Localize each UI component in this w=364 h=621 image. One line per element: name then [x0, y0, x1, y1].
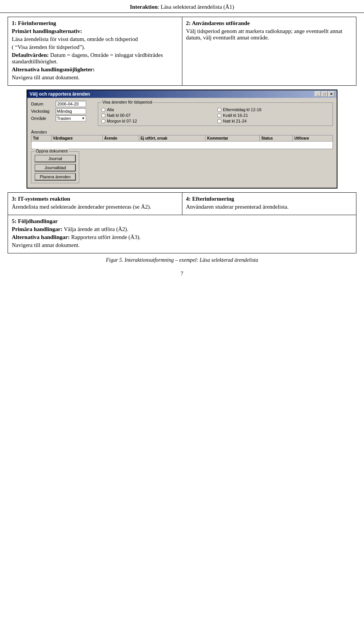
arenden-header-row: TidVårdtagareÄrendeEj utfört, orsakKomme…: [31, 135, 333, 141]
omrade-row: Område Trasten ▼: [31, 115, 92, 121]
radio-item[interactable]: Eftermiddag kl 12-16: [217, 107, 329, 112]
doc-button[interactable]: Journal: [35, 155, 76, 162]
cell4-text: Användaren studerar presenterad ärendeli…: [186, 204, 353, 210]
win-titlebar: Välj och rapportera ärenden _ □ ✕: [27, 90, 337, 98]
cell1-heading: 1: Förinformering: [12, 20, 56, 26]
radio-item[interactable]: Alla: [101, 107, 213, 112]
cell-forinformering: 1: Förinformering Primärt handlingsalter…: [8, 17, 182, 86]
veckodag-label: Veckodag: [31, 109, 56, 113]
figure-caption: Figur 5. Interaktionsutformning – exempe…: [8, 257, 356, 263]
page-number: 7: [8, 271, 356, 277]
radio-label: Eftermiddag kl 12-16: [223, 107, 262, 112]
close-btn[interactable]: ✕: [328, 91, 334, 97]
radio-grid: AllaEftermiddag kl 12-16Natt kl 00-07Kvä…: [101, 104, 329, 123]
radio-item[interactable]: Morgon kl 07-12: [101, 119, 213, 123]
arenden-section: Ärenden TidVårdtagareÄrendeEj utfört, or…: [31, 130, 333, 149]
arenden-empty-row: [31, 141, 333, 149]
radio-label: Natt kl 21-24: [223, 119, 246, 123]
table-header: Status: [259, 135, 292, 141]
cell1-primary-label: Primärt handlingsalternativ:: [12, 28, 82, 34]
cell5-nav: Navigera till annat dokument.: [12, 242, 352, 248]
tidsperiod-groupbox: Visa ärenden för tidsperiod AllaEftermid…: [98, 102, 333, 126]
radio-label: Kväll kl 16-21: [223, 113, 248, 118]
radio-circle-icon: [101, 108, 105, 112]
table-header: Ej utfört, orsak: [139, 135, 206, 141]
page-title: Interaktion: Läsa selekterad ärendelista…: [0, 0, 364, 13]
radio-label: Alla: [107, 107, 114, 112]
radio-label: Natt kl 00-07: [107, 113, 130, 118]
cell5-heading: 5: Följdhandlingar: [12, 218, 58, 224]
radio-circle-icon: [101, 113, 105, 118]
dialog-title: Välj och rapportera ärenden: [30, 91, 90, 97]
tidsperiod-group: Visa ärenden för tidsperiod AllaEftermid…: [98, 101, 333, 127]
veckodag-row: Veckodag Måndag: [31, 108, 92, 114]
title-bold: Interaktion: [130, 4, 158, 10]
cell1-default: Defaultvärden: Datum = dagens, Område = …: [12, 52, 178, 65]
cell1-alt: Alternativa handlingsmöjligheter:: [12, 66, 178, 73]
veckodag-dropdown[interactable]: Måndag: [56, 108, 86, 114]
datum-label: Datum: [31, 102, 56, 106]
cell1-primary-paren: ( “Visa ärenden för tidsperiod”).: [12, 44, 178, 50]
cell3-heading: 3: IT-systemets reaktion: [12, 196, 70, 202]
table-header: Tid: [31, 135, 52, 141]
omrade-dropdown[interactable]: Trasten ▼: [56, 115, 86, 121]
radio-circle-icon: [217, 108, 221, 112]
open-doc-title: Öppna dokument: [35, 149, 69, 153]
doc-button[interactable]: Journalblad: [35, 164, 76, 171]
arenden-label: Ärenden: [31, 130, 333, 134]
cell-anvandare: 2: Användarens utförande Välj tidsperiod…: [182, 17, 356, 86]
arenden-table: TidVårdtagareÄrendeEj utfört, orsakKomme…: [31, 135, 333, 149]
cell-it-reaction: 3: IT-systemets reaktion Ärendelista med…: [8, 193, 182, 215]
doc-buttons: JournalJournalbladPlanera ärenden: [35, 155, 76, 181]
radio-circle-icon: [217, 119, 221, 123]
cell2-text: Välj tidsperiod genom att markera radiok…: [186, 28, 353, 41]
form-fields: Datum 2006-04-20 Veckodag Måndag Område …: [31, 101, 92, 123]
maximize-btn[interactable]: □: [322, 91, 328, 97]
cell4-heading: 4: Efterinformering: [186, 196, 234, 202]
dialog-body: Datum 2006-04-20 Veckodag Måndag Område …: [27, 98, 337, 188]
cell-efterinformering: 4: Efterinformering Användaren studerar …: [182, 193, 356, 215]
datum-row: Datum 2006-04-20: [31, 101, 92, 107]
radio-circle-icon: [217, 113, 221, 118]
open-doc-groupbox: Öppna dokument JournalJournalbladPlanera…: [31, 151, 79, 183]
radio-item[interactable]: Natt kl 21-24: [217, 119, 329, 123]
radio-item[interactable]: Kväll kl 16-21: [217, 113, 329, 118]
table-header: Ärende: [102, 135, 139, 141]
table-header: Kommentar: [206, 135, 260, 141]
cell2-heading: 2: Användarens utförande: [186, 20, 250, 26]
radio-item[interactable]: Natt kl 00-07: [101, 113, 213, 118]
radio-label: Morgon kl 07-12: [107, 119, 137, 123]
title-normal: : Läsa selekterad ärendelista (Ä1): [158, 4, 234, 10]
cell1-alt-text: Navigera till annat dokument.: [12, 74, 178, 81]
minimize-btn[interactable]: _: [315, 91, 321, 97]
dropdown-arrow-icon: ▼: [82, 116, 85, 120]
titlebar-buttons: _ □ ✕: [315, 91, 334, 97]
cell1-primary-text: Läsa ärendelista för visst datum, område…: [12, 36, 178, 42]
cell-foljdhandlingar: 5: Följdhandlingar Primära handlingar: V…: [8, 215, 356, 253]
tidsperiod-title: Visa ärenden för tidsperiod: [101, 100, 153, 104]
cell5-primary: Primära handlingar: Välja ärende att utf…: [12, 226, 352, 233]
win-dialog: Välj och rapportera ärenden _ □ ✕ Datum …: [27, 90, 337, 189]
cell5-alt: Alternativa handlingar: Rapportera utför…: [12, 234, 352, 241]
radio-circle-icon: [101, 119, 105, 123]
cell3-text: Ärendelista med selekterade ärenderader …: [12, 204, 178, 210]
table-header: Utförare: [293, 135, 333, 141]
bottom-table: 3: IT-systemets reaktion Ärendelista med…: [8, 192, 356, 253]
omrade-label: Område: [31, 116, 56, 121]
top-table: 1: Förinformering Primärt handlingsalter…: [8, 17, 356, 86]
table-header: Vårdtagare: [51, 135, 102, 141]
doc-button[interactable]: Planera ärenden: [35, 173, 76, 181]
datum-value[interactable]: 2006-04-20: [56, 101, 86, 107]
